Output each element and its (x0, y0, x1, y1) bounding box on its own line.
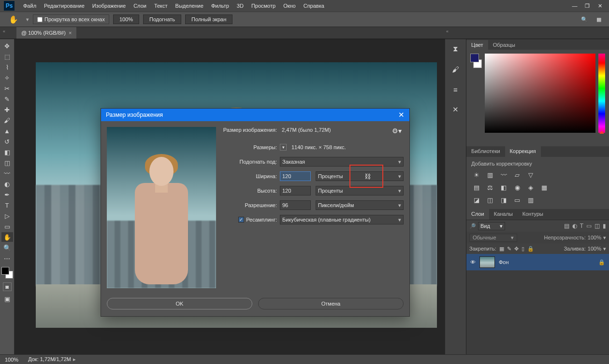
filter-pixel-icon[interactable]: ▤ (564, 223, 569, 229)
gradient-map-icon[interactable]: ▭ (513, 196, 522, 204)
lock-pixels-icon[interactable]: ✎ (507, 246, 511, 252)
invert-icon[interactable]: ◪ (472, 196, 481, 204)
dialog-close-button[interactable]: ✕ (398, 111, 405, 119)
menu-window[interactable]: Окно (279, 3, 300, 9)
tab-paths[interactable]: Контуры (518, 209, 548, 220)
cancel-button[interactable]: Отмена (258, 298, 404, 309)
menu-select[interactable]: Выделение (172, 3, 207, 9)
history-panel-icon[interactable]: ⧗ (449, 42, 463, 56)
posterize-icon[interactable]: ◫ (486, 196, 494, 204)
filter-shape-icon[interactable]: ▭ (586, 223, 592, 229)
dimensions-unit-popout[interactable]: ▾ (280, 144, 287, 151)
right-dock-expand-icon[interactable]: « (446, 29, 449, 34)
channel-mixer-icon[interactable]: ◈ (526, 183, 535, 192)
tool-preset-chevron-icon[interactable]: ▾ (26, 16, 29, 23)
hue-slider[interactable] (598, 54, 605, 133)
filter-smart-icon[interactable]: ◫ (594, 223, 600, 229)
zoom-100-button[interactable]: 100% (113, 14, 139, 24)
maximize-button[interactable]: ❐ (584, 2, 591, 9)
layer-filter-select[interactable]: Вид▾ (478, 222, 505, 230)
photo-filter-icon[interactable]: ◉ (513, 183, 522, 192)
tab-layers[interactable]: Слои (466, 209, 489, 220)
brightness-contrast-icon[interactable]: ☀ (472, 170, 481, 179)
color-field[interactable] (485, 54, 595, 133)
layer-name[interactable]: Фон (499, 259, 509, 265)
link-icon[interactable]: ⛓ (364, 173, 371, 180)
menu-layers[interactable]: Слои (130, 3, 150, 9)
fit-screen-button[interactable]: Подогнать (143, 14, 181, 24)
tab-color[interactable]: Цвет (466, 40, 488, 50)
hue-sat-icon[interactable]: ▤ (472, 183, 481, 192)
move-tool[interactable]: ✥ (1, 41, 13, 51)
lock-artboard-icon[interactable]: ▯ (522, 246, 524, 252)
tab-swatches[interactable]: Образцы (488, 40, 520, 50)
scroll-all-checkbox-input[interactable] (37, 17, 43, 22)
lock-transparent-icon[interactable]: ▦ (499, 246, 504, 252)
exposure-icon[interactable]: ▱ (513, 170, 522, 179)
threshold-icon[interactable]: ◨ (499, 196, 508, 204)
hue-slider-thumb-icon[interactable] (599, 131, 604, 134)
dodge-tool[interactable]: ◐ (1, 179, 13, 189)
filter-toggle-icon[interactable]: ▮ (603, 223, 606, 229)
ok-button[interactable]: OK (107, 298, 252, 309)
close-window-button[interactable]: ✕ (596, 2, 603, 9)
eraser-tool[interactable]: ◧ (1, 147, 13, 157)
resample-method-select[interactable]: Бикубическая (плавные градиенты)▾ (280, 215, 404, 224)
crop-tool[interactable]: ✂ (1, 84, 13, 93)
eyedropper-tool[interactable]: ✎ (1, 94, 13, 104)
workspace-switcher-icon[interactable]: ▦ (594, 14, 604, 25)
hand-tool[interactable]: ✋ (1, 232, 13, 242)
quick-mask-toggle[interactable]: ◙ (3, 282, 12, 291)
filter-adjust-icon[interactable]: ◐ (572, 223, 577, 229)
brush-settings-panel-icon[interactable]: ≡ (449, 83, 463, 96)
layer-thumbnail[interactable] (479, 256, 495, 268)
properties-panel-icon[interactable]: ✕ (449, 103, 463, 116)
toolbar-expand-icon[interactable]: « (3, 29, 5, 34)
status-doc-size[interactable]: Док: 1,72M/1,72M (28, 356, 71, 362)
edit-toolbar-icon[interactable]: ⋯ (1, 253, 13, 263)
brush-tool[interactable]: 🖌 (1, 115, 13, 125)
stamp-tool[interactable]: ▲ (1, 126, 13, 136)
width-input[interactable] (280, 171, 311, 181)
lock-position-icon[interactable]: ✥ (514, 246, 519, 252)
resample-checkbox[interactable]: ✓ (238, 217, 244, 223)
layer-visibility-icon[interactable]: 👁 (470, 259, 476, 265)
lock-all-icon[interactable]: 🔒 (527, 246, 534, 252)
full-screen-button[interactable]: Полный экран (185, 14, 232, 24)
resolution-input[interactable] (280, 200, 311, 210)
magic-wand-tool[interactable]: ✧ (1, 73, 13, 83)
gradient-tool[interactable]: ◫ (1, 158, 13, 168)
lasso-tool[interactable]: ⌇ (1, 62, 13, 72)
search-icon[interactable]: 🔍 (579, 14, 590, 25)
panel-fg-swatch[interactable] (470, 54, 479, 62)
filter-type-icon[interactable]: T (580, 223, 583, 229)
fill-value[interactable]: 100% (588, 246, 601, 252)
vibrance-icon[interactable]: ▽ (526, 170, 535, 179)
scroll-all-windows-checkbox[interactable]: Прокрутка во всех окнах (33, 14, 109, 24)
layer-item[interactable]: 👁 Фон 🔒 (466, 254, 609, 270)
path-select-tool[interactable]: ▷ (1, 211, 13, 221)
selective-color-icon[interactable]: ▥ (526, 196, 535, 204)
menu-3d[interactable]: 3D (233, 3, 247, 9)
color-lookup-icon[interactable]: ▦ (540, 183, 549, 192)
blur-tool[interactable]: 〰 (1, 168, 13, 178)
blend-mode-select[interactable]: Обычные▾ (469, 234, 517, 242)
panel-fgbg-swatches[interactable] (470, 54, 482, 68)
document-tab[interactable]: @ 100% (RGB/8#) × (16, 27, 76, 39)
healing-tool[interactable]: ✚ (1, 105, 13, 114)
menu-image[interactable]: Изображение (88, 3, 130, 9)
foreground-color-swatch[interactable] (1, 267, 9, 275)
height-input[interactable] (280, 186, 311, 196)
resolution-unit-select[interactable]: Пиксели/дюйм▾ (316, 200, 404, 210)
menu-help[interactable]: Справка (300, 3, 328, 9)
tab-corrections[interactable]: Коррекция (505, 146, 541, 157)
brush-panel-icon[interactable]: 🖌 (449, 62, 463, 76)
menu-view[interactable]: Просмотр (247, 3, 279, 9)
layer-filter-kind-icon[interactable]: 🔎 (469, 223, 476, 229)
zoom-tool[interactable]: 🔍 (1, 243, 13, 252)
status-arrow-icon[interactable]: ▸ (73, 356, 76, 362)
menu-edit[interactable]: Редактирование (40, 3, 88, 9)
minimize-button[interactable]: — (571, 2, 578, 9)
menu-text[interactable]: Текст (150, 3, 172, 9)
pen-tool[interactable]: ✒ (1, 190, 13, 199)
